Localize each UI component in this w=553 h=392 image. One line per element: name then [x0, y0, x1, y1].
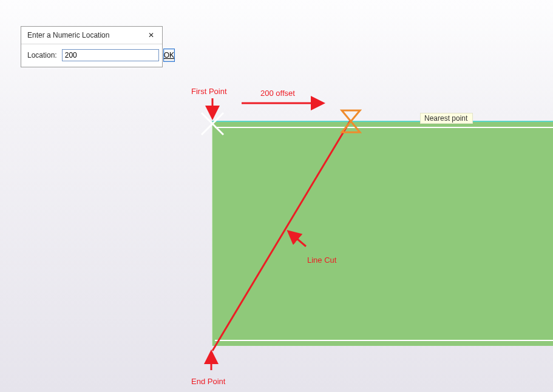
dialog-title: Enter a Numeric Location — [27, 31, 109, 39]
location-input[interactable] — [62, 49, 159, 61]
line-cut-label: Line Cut — [307, 255, 336, 265]
offset-label: 200 offset — [260, 89, 295, 98]
end-point-label: End Point — [191, 377, 225, 386]
numeric-location-dialog: Enter a Numeric Location ✕ Location: OK — [21, 26, 163, 67]
cad-panel[interactable] — [212, 121, 553, 346]
dialog-body: Location: OK — [21, 44, 162, 67]
close-icon[interactable]: ✕ — [144, 31, 158, 39]
first-point-label: First Point — [191, 87, 227, 96]
panel-inner-edge-top — [214, 127, 553, 128]
dialog-titlebar[interactable]: Enter a Numeric Location ✕ — [21, 27, 162, 44]
panel-inner-edge-bottom — [214, 340, 553, 341]
panel-left-edge — [212, 122, 215, 346]
location-label: Location: — [27, 51, 57, 59]
snap-tooltip: Nearest point — [420, 113, 473, 124]
ok-button[interactable]: OK — [163, 49, 175, 62]
